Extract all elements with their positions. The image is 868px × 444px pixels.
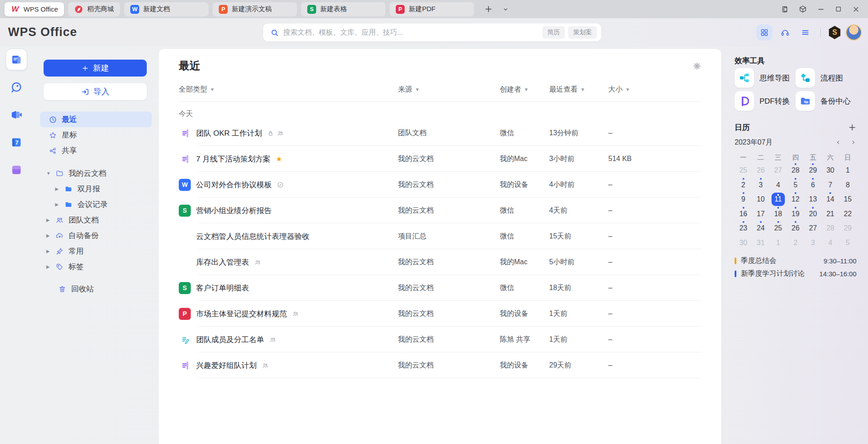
calendar-day-5[interactable]: 5 [787,178,804,193]
calendar-day-29[interactable]: 29 [804,163,822,178]
calendar-day-24[interactable]: 24 [752,221,769,236]
tab-稻壳商城[interactable]: 稻壳商城 [68,2,120,16]
calendar-day-1[interactable]: 1 [769,236,787,250]
new-tab-button[interactable] [484,5,493,13]
calendar-day-16[interactable]: 16 [735,207,752,222]
calendar-day-18[interactable]: 18 [769,207,787,222]
calendar-day-28[interactable]: 28 [822,221,839,236]
chevron-right-icon[interactable]: ▶ [46,264,51,269]
calendar-day-29[interactable]: 29 [839,221,856,236]
calendar-day-22[interactable]: 22 [839,207,856,222]
tab-新建文档[interactable]: W新建文档 [124,2,209,16]
calendar-day-20[interactable]: 20 [804,207,822,222]
new-button[interactable]: 新建 [44,60,147,77]
chevron-right-icon[interactable]: ▶ [55,186,60,191]
filter-全部类型[interactable]: 全部类型▼ [179,85,398,94]
rail-item-calendar[interactable]: 7 [6,132,27,153]
tool-备份中心[interactable]: 备份中心 [796,91,856,111]
calendar-day-25[interactable]: 25 [769,221,787,236]
tab-新建表格[interactable]: S新建表格 [301,2,386,16]
sidebar-item-双月报[interactable]: ▶双月报 [40,181,152,197]
tool-PDF转换[interactable]: PDF转换 [735,91,796,111]
tool-流程图[interactable]: 流程图 [796,68,856,88]
sidebar-item-会议记录[interactable]: ▶会议记录 [40,197,152,212]
apps-grid-icon[interactable] [756,24,772,40]
calendar-event[interactable]: 季度总结会9:30–11:00 [735,254,856,267]
table-row[interactable]: 7 月线下活动策划方案★我的云文档我的Mac3小时前514 KB [179,146,701,172]
sidebar-item-常用[interactable]: ▶常用 [40,243,152,259]
calendar-day-23[interactable]: 23 [735,221,752,236]
sidebar-item-回收站[interactable]: 回收站 [40,281,152,297]
calendar-day-10[interactable]: 10 [752,192,769,207]
minimize-button[interactable] [817,5,825,13]
table-row[interactable]: 云文档管人员信息统计表理器验收项目汇总微信15天前– [179,223,701,249]
calendar-day-11[interactable]: 11 [769,192,787,207]
calendar-event[interactable]: 新季度学习计划讨论14:30–16:00 [735,267,856,280]
sidebar-item-团队文档[interactable]: ▶团队文档 [40,212,152,228]
table-row[interactable]: 团队 OKR 工作计划团队文档微信13分钟前– [179,120,701,146]
calendar-day-6[interactable]: 6 [804,178,822,193]
calendar-day-3[interactable]: 3 [752,178,769,193]
table-row[interactable]: P市场主体登记提交材料规范我的云文档我的设备1天前– [179,301,701,327]
rail-item-meeting[interactable] [6,105,27,125]
calendar-day-28[interactable]: 28 [787,163,804,178]
sidebar-item-星标[interactable]: 星标 [40,127,152,143]
rail-item-documents[interactable] [6,49,27,70]
calendar-day-5[interactable]: 5 [839,236,856,250]
table-row[interactable]: S客户订单明细表我的云文档微信18天前– [179,275,701,301]
calendar-day-19[interactable]: 19 [787,207,804,222]
sidebar-item-标签[interactable]: ▶标签 [40,259,152,274]
filter-最近查看[interactable]: 最近查看▼ [549,85,608,94]
calendar-day-15[interactable]: 15 [839,192,856,207]
chevron-down-icon[interactable]: ▼ [46,171,51,176]
table-row[interactable]: 兴趣爱好组队计划我的云文档我的设备29天前– [179,352,701,378]
calendar-day-26[interactable]: 26 [787,221,804,236]
calendar-day-26[interactable]: 26 [752,163,769,178]
maximize-button[interactable] [835,5,842,13]
headset-support-icon[interactable] [777,24,793,40]
calendar-day-25[interactable]: 25 [735,163,752,178]
calendar-day-27[interactable]: 27 [769,163,787,178]
search-tag[interactable]: 简历 [542,26,565,39]
calendar-day-17[interactable]: 17 [752,207,769,222]
calendar-day-13[interactable]: 13 [804,192,822,207]
calendar-day-7[interactable]: 7 [822,178,839,193]
calendar-day-3[interactable]: 3 [804,236,822,250]
filter-大小[interactable]: 大小▼ [608,85,701,94]
calendar-day-4[interactable]: 4 [822,236,839,250]
calendar-day-2[interactable]: 2 [787,236,804,250]
calendar-day-30[interactable]: 30 [735,236,752,250]
sidebar-item-最近[interactable]: 最近 [40,112,152,127]
vip-badge[interactable]: S [828,26,841,39]
rail-item-apps[interactable] [6,160,27,180]
prev-month-button[interactable] [835,139,841,145]
tab-新建演示文稿[interactable]: P新建演示文稿 [213,2,297,16]
calendar-day-21[interactable]: 21 [822,207,839,222]
table-row[interactable]: W公司对外合作协议模板我的云文档我的设备4小时前– [179,172,701,198]
table-row[interactable]: 团队成员及分工名单我的云文档陈旭 共享1天前– [179,327,701,352]
filter-创建者[interactable]: 创建者▼ [500,85,549,94]
tab-新建PDF[interactable]: P新建PDF [390,2,474,16]
calendar-day-2[interactable]: 2 [735,178,752,193]
chevron-right-icon[interactable]: ▶ [55,202,60,207]
table-row[interactable]: S营销小组业绩分析报告我的云文档微信4天前– [179,198,701,223]
gear-icon[interactable] [693,62,701,70]
add-event-button[interactable] [848,123,856,132]
calendar-day-30[interactable]: 30 [822,163,839,178]
menu-icon[interactable] [797,24,813,40]
tool-思维导图[interactable]: 思维导图 [735,68,796,88]
avatar[interactable] [846,24,862,40]
calendar-day-27[interactable]: 27 [804,221,822,236]
sidebar-item-共享[interactable]: 共享 [40,143,152,158]
calendar-day-9[interactable]: 9 [735,192,752,207]
calendar-day-8[interactable]: 8 [839,178,856,193]
rail-item-chat[interactable] [6,77,27,97]
chevron-right-icon[interactable]: ▶ [46,233,51,238]
calendar-day-14[interactable]: 14 [822,192,839,207]
tab-list-dropdown[interactable] [502,6,509,12]
workspace-button[interactable] [799,5,807,13]
sidebar-item-自动备份[interactable]: ▶自动备份 [40,228,152,243]
chevron-right-icon[interactable]: ▶ [46,218,51,222]
calendar-day-4[interactable]: 4 [769,178,787,193]
filter-来源[interactable]: 来源▼ [398,85,500,94]
